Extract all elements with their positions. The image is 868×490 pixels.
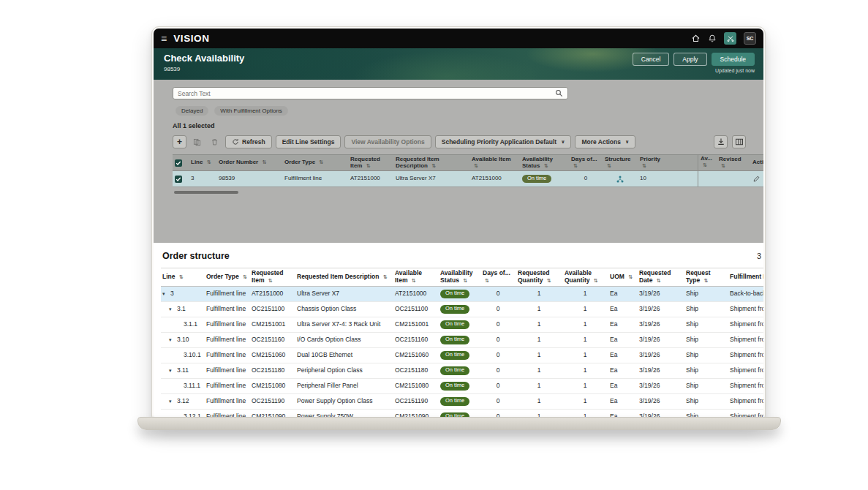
- cell-available_quantity: 1: [563, 382, 608, 391]
- os-column-header[interactable]: UOM ⇅: [608, 273, 638, 282]
- structure-icon[interactable]: [616, 175, 624, 184]
- download-icon[interactable]: [714, 135, 728, 148]
- order-structure-row[interactable]: ▾3.11Fulfillment lineOC2151180Peripheral…: [161, 363, 763, 379]
- sort-icon[interactable]: ⇅: [607, 163, 611, 168]
- order-structure-row[interactable]: 3.10.1Fulfillment lineCM2151060Dual 10GB…: [161, 348, 763, 363]
- column-header[interactable]: Order Number ⇅: [216, 159, 282, 167]
- os-column-header[interactable]: Request Type ⇅: [684, 269, 728, 284]
- delete-icon[interactable]: [208, 135, 222, 148]
- column-header[interactable]: Days of... ⇅: [569, 156, 603, 170]
- cancel-button[interactable]: Cancel: [633, 53, 669, 66]
- column-header[interactable]: Priority ⇅: [638, 156, 670, 170]
- expand-caret-icon[interactable]: ▾: [169, 368, 175, 374]
- sort-icon[interactable]: ⇅: [463, 278, 467, 283]
- order-structure-row[interactable]: ▾3.12Fulfillment lineOC2151190Power Supp…: [161, 394, 763, 410]
- edit-line-settings-button[interactable]: Edit Line Settings: [276, 135, 341, 148]
- search-input[interactable]: [178, 90, 555, 97]
- view-availability-options-button[interactable]: View Availability Options: [344, 135, 431, 148]
- cell-requested_item_description: Chassis Option Class: [295, 305, 393, 314]
- scheduling-priority-dropdown[interactable]: Scheduling Priority Application Default∨: [435, 135, 572, 148]
- os-column-header[interactable]: Requested Quantity ⇅: [516, 269, 563, 284]
- os-column-header[interactable]: Line ⇅: [161, 273, 205, 282]
- sort-icon[interactable]: ⇅: [268, 278, 273, 283]
- cell-available_item: CM2151060: [393, 351, 439, 360]
- os-column-header[interactable]: Requested Date ⇅: [638, 269, 684, 284]
- schedule-button[interactable]: Schedule: [712, 53, 755, 66]
- menu-icon[interactable]: ≡: [161, 34, 167, 44]
- os-column-header[interactable]: Requested Item Description ⇅: [295, 273, 393, 282]
- sort-icon[interactable]: ⇅: [704, 278, 709, 283]
- order-structure-row[interactable]: ▾3.10Fulfillment lineOC2151160I/O Cards …: [161, 333, 763, 348]
- expand-caret-icon[interactable]: ▾: [169, 337, 175, 343]
- expand-caret-icon[interactable]: ▾: [169, 306, 175, 312]
- sort-icon[interactable]: ⇅: [412, 278, 416, 283]
- sort-icon[interactable]: ⇅: [383, 274, 388, 279]
- os-column-header[interactable]: Days of... ⇅: [481, 269, 516, 284]
- sort-icon[interactable]: ⇅: [703, 162, 707, 167]
- order-structure-row[interactable]: ▾3.1Fulfillment lineOC2151100Chassis Opt…: [161, 302, 763, 317]
- order-structure-row[interactable]: ▾3Fulfillment lineAT2151000Ultra Server …: [161, 287, 763, 302]
- sort-icon[interactable]: ⇅: [243, 274, 247, 279]
- columns-icon[interactable]: [732, 135, 746, 148]
- apply-button[interactable]: Apply: [673, 53, 706, 66]
- os-column-header[interactable]: Requested Item ⇅: [250, 269, 295, 284]
- cell-available_quantity: 1: [563, 290, 608, 298]
- row-checkbox[interactable]: [175, 176, 182, 183]
- search-icon[interactable]: [555, 89, 563, 97]
- panel-corner-text: 3: [757, 252, 761, 260]
- order-structure-row[interactable]: 3.11.1Fulfillment lineCM2151080Periphera…: [161, 379, 763, 394]
- sort-icon[interactable]: ⇅: [573, 163, 578, 168]
- notifications-bell-icon[interactable]: [708, 34, 717, 43]
- column-header[interactable]: Availability Status ⇅: [520, 156, 569, 170]
- sort-icon[interactable]: ⇅: [431, 163, 436, 168]
- cell-available_item: OC2151190: [393, 397, 439, 406]
- os-column-header[interactable]: Available Item ⇅: [393, 269, 439, 284]
- os-column-header[interactable]: Fulfillment Mode ⇅: [728, 273, 763, 282]
- sort-icon[interactable]: ⇅: [594, 278, 598, 283]
- os-column-header[interactable]: Order Type ⇅: [205, 273, 250, 282]
- column-header[interactable]: Structure ⇅: [603, 156, 638, 170]
- column-header[interactable]: Revised ⇅: [717, 156, 750, 170]
- add-line-button[interactable]: +: [173, 135, 186, 148]
- column-header[interactable]: Order Type ⇅: [282, 159, 348, 167]
- column-header[interactable]: Available Item ⇅: [469, 156, 520, 170]
- horizontal-scrollbar[interactable]: [174, 191, 238, 194]
- copy-icon[interactable]: [190, 135, 204, 148]
- cell-uom: Ea: [608, 382, 638, 391]
- sort-icon[interactable]: ⇅: [628, 274, 633, 279]
- sort-icon[interactable]: ⇅: [721, 163, 725, 168]
- column-header[interactable]: Av... ⇅: [698, 155, 717, 170]
- sort-icon[interactable]: ⇅: [642, 163, 646, 168]
- lines-table-header: Line ⇅Order Number ⇅Order Type ⇅Requeste…: [173, 154, 763, 171]
- sort-icon[interactable]: ⇅: [657, 278, 661, 283]
- sort-icon[interactable]: ⇅: [544, 163, 548, 168]
- os-column-header[interactable]: Available Quantity ⇅: [563, 269, 608, 284]
- sort-icon[interactable]: ⇅: [179, 274, 184, 279]
- column-header[interactable]: Action ⇅: [750, 159, 763, 167]
- home-icon[interactable]: [691, 34, 701, 43]
- sort-icon[interactable]: ⇅: [319, 159, 323, 165]
- sort-icon[interactable]: ⇅: [207, 159, 211, 165]
- sort-icon[interactable]: ⇅: [547, 278, 551, 283]
- order-structure-row[interactable]: 3.1.1Fulfillment lineCM2151001Ultra Serv…: [161, 317, 763, 333]
- sort-icon[interactable]: ⇅: [474, 163, 478, 168]
- column-header[interactable]: Line ⇅: [189, 159, 216, 167]
- expand-caret-icon[interactable]: ▾: [169, 399, 175, 404]
- sort-icon[interactable]: ⇅: [366, 163, 371, 168]
- expand-caret-icon[interactable]: ▾: [162, 291, 168, 297]
- filter-chip-delayed[interactable]: Delayed: [176, 106, 208, 116]
- cell-requested_date: 3/19/26: [638, 336, 684, 344]
- tools-icon[interactable]: [724, 32, 736, 45]
- refresh-button[interactable]: Refresh: [225, 135, 272, 148]
- column-header[interactable]: Requested Item ⇅: [348, 156, 393, 170]
- os-column-header[interactable]: Availability Status ⇅: [439, 269, 481, 284]
- sort-icon[interactable]: ⇅: [485, 278, 489, 283]
- column-header[interactable]: Requested Item Description ⇅: [393, 156, 469, 170]
- filter-chip-fulfillment-options[interactable]: With Fulfillment Options: [214, 106, 287, 116]
- more-actions-dropdown[interactable]: More Actions∨: [575, 135, 635, 148]
- edit-pencil-icon[interactable]: [752, 175, 761, 183]
- user-badge[interactable]: SC: [744, 32, 756, 45]
- lines-table-row[interactable]: 398539Fulfillment lineAT2151000Ultra Ser…: [173, 171, 763, 187]
- select-all-checkbox[interactable]: [175, 159, 182, 167]
- sort-icon[interactable]: ⇅: [262, 159, 266, 165]
